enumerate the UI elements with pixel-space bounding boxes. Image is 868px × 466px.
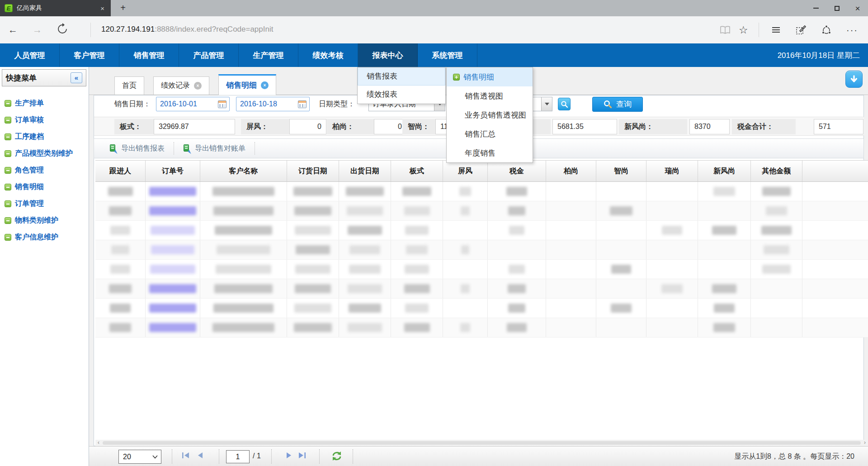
table-cell-redacted [698,260,751,279]
submenu-item-2[interactable]: 销售透视图 [447,86,533,105]
submenu-item-3[interactable]: 业务员销售透视图 [447,105,533,124]
table-cell-redacted [596,299,646,318]
page-size-select[interactable]: 20 [118,450,161,464]
column-header-9[interactable]: 柏尚 [546,161,596,181]
scroll-left-icon[interactable]: ‹ [95,440,102,446]
new-tab-icon[interactable]: + [117,2,129,14]
table-cell-redacted [146,221,200,240]
tab-close-icon[interactable]: × [194,82,202,90]
tab-close-icon[interactable]: × [261,81,269,89]
table-cell-redacted [287,279,339,298]
table-row-4[interactable] [95,240,868,260]
column-header-10[interactable]: 智尚 [596,161,646,181]
nav-item-8[interactable]: 系统管理 [418,43,477,67]
next-page-button[interactable] [286,452,292,461]
sidebar-item-5[interactable]: 角色管理 [0,162,89,179]
table-row-1[interactable] [95,182,868,201]
page-number-input[interactable]: 1 [226,450,250,463]
quick-search-button[interactable] [558,98,571,110]
column-header-6[interactable]: 板式 [391,161,443,181]
back-icon[interactable]: ← [8,24,18,35]
refresh-grid-icon[interactable] [331,451,342,463]
nav-item-5[interactable]: 生产管理 [239,43,298,67]
table-row-7[interactable] [95,299,868,318]
close-button[interactable]: × [847,0,868,16]
content-tab-1[interactable]: 首页 [114,76,144,95]
column-header-1[interactable]: 跟进人 [95,161,146,181]
nav-item-7[interactable]: 报表中心 [358,43,418,67]
column-header-12[interactable]: 新风尚 [698,161,751,181]
sidebar-item-9[interactable]: 客户信息维护 [0,229,89,246]
more-options-icon[interactable]: ··· [846,23,858,37]
search-button-label: 查询 [616,99,632,109]
refresh-icon[interactable] [57,23,68,37]
first-page-button[interactable] [182,452,190,461]
nav-item-1[interactable]: 人员管理 [0,43,60,67]
minimize-button[interactable] [806,0,826,16]
search-button[interactable]: 查询 [592,97,643,112]
date-from-input[interactable]: 2016-10-01 [156,97,230,111]
calendar-icon[interactable] [298,100,307,108]
table-cell-redacted [596,318,646,337]
hub-icon[interactable] [772,23,780,37]
nav-item-4[interactable]: 产品管理 [179,43,239,67]
content-tab-2[interactable]: 绩效记录× [153,76,209,95]
web-note-icon[interactable] [796,23,807,37]
tab-overflow-down-button[interactable] [845,71,863,88]
sidebar-item-2[interactable]: 订单审核 [0,112,89,128]
table-row-5[interactable] [95,260,868,279]
maximize-button[interactable] [826,0,847,16]
page-size-value: 20 [123,453,131,461]
dropdown-button[interactable] [541,97,552,111]
column-header-8[interactable]: 税金 [488,161,546,181]
horizontal-scrollbar[interactable]: ‹ › [95,440,868,446]
date-to-input[interactable]: 2016-10-18 [236,97,310,111]
sidebar-item-1[interactable]: 生产排单 [0,95,89,112]
scroll-right-icon[interactable]: › [862,440,868,446]
browser-tab-close-icon[interactable]: × [99,5,106,12]
calendar-icon[interactable] [218,100,226,108]
favorites-star-icon[interactable]: ☆ [739,23,748,37]
content-tab-3[interactable]: 销售明细× [218,74,276,95]
column-header-4[interactable]: 订货日期 [287,161,339,181]
sidebar-collapse-icon[interactable]: « [71,72,82,83]
sidebar-item-4[interactable]: 产品模型类别维护 [0,145,89,162]
search-icon [604,100,612,109]
url-text[interactable]: 120.27.194.191:8888/index.ered?reqCode=a… [101,25,273,34]
nav-item-3[interactable]: 销售管理 [119,43,179,67]
submenu-item-4[interactable]: 销售汇总 [447,124,533,143]
minus-box-icon [5,133,11,140]
share-icon[interactable] [821,23,832,37]
nav-item-2[interactable]: 客户管理 [60,43,119,67]
sidebar-item-7[interactable]: 订单管理 [0,195,89,212]
column-header-5[interactable]: 出货日期 [339,161,391,181]
table-cell-redacted [391,201,443,220]
table-row-8[interactable] [95,318,868,338]
submenu-item-5[interactable]: 年度销售 [447,143,533,162]
column-header-7[interactable]: 屏风 [443,161,488,181]
nav-item-6[interactable]: 绩效考核 [298,43,358,67]
table-cell-redacted [200,299,287,318]
divider [353,449,353,464]
column-header-11[interactable]: 瑞尚 [646,161,698,181]
table-row-2[interactable] [95,201,868,221]
sidebar-item-8[interactable]: 物料类别维护 [0,212,89,229]
last-page-button[interactable] [298,452,306,461]
submenu-item-1[interactable]: +销售明细 [447,67,533,86]
column-header-13[interactable]: 其他金额 [751,161,802,181]
export-statement-button[interactable]: 导出销售对账单 [178,144,251,153]
menu-item-1[interactable]: 销售报表 [358,67,445,86]
sidebar-item-3[interactable]: 工序建档 [0,128,89,145]
sidebar-item-6[interactable]: 销售明细 [0,179,89,195]
scrollbar-thumb[interactable] [103,441,861,445]
browser-tab[interactable]: E 亿尚家具 × [0,0,111,16]
prev-page-button[interactable] [197,452,203,461]
export-sales-report-button[interactable]: 导出销售报表 [104,144,170,153]
column-header-3[interactable]: 客户名称 [200,161,287,181]
menu-item-2[interactable]: 绩效报表 [358,86,445,104]
table-cell-redacted [339,182,391,201]
table-row-6[interactable] [95,279,868,299]
column-header-2[interactable]: 订单号 [146,161,200,181]
minus-box-icon [5,117,11,124]
table-row-3[interactable] [95,221,868,240]
